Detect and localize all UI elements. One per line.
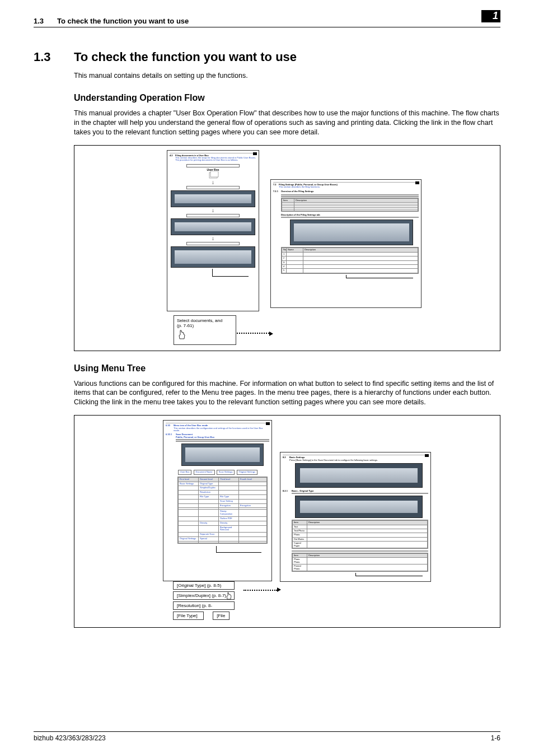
callout-line2: (p. 7-61) [177, 323, 233, 328]
hand-pointer-icon [177, 329, 187, 342]
link-file-type[interactable]: [File Type] [173, 612, 204, 620]
section-title: To check the function you want to use [74, 50, 297, 64]
svg-rect-1 [210, 171, 218, 177]
operation-flow-paragraph: This manual provides a chapter "User Box… [74, 109, 500, 137]
mini-right-num: 7.2 [273, 184, 279, 186]
dotted-arrow [237, 333, 269, 334]
section-heading: 1.3 To check the function you want to us… [34, 50, 500, 64]
link-simplex-duplex[interactable]: [Simplex/Duplex] (p. 8-7) [173, 591, 235, 600]
mini-right-ov-num: 7.2.1 [273, 190, 281, 193]
screen-thumbnail [171, 246, 255, 268]
f2-right-num: 8.2 [283, 456, 289, 459]
running-header-title: To check the function you want to use [57, 17, 189, 25]
footer-page-number: 1-6 [491, 734, 500, 742]
mini-right-sub: This section describes the filing functi… [279, 186, 419, 188]
arrow-down-icon: ↓ [170, 180, 256, 185]
callout-select-documents: Select documents, and (p. 7-61) [174, 315, 236, 345]
screen-thumbnail [171, 218, 255, 235]
f2-left-sec-num: 6.10.1 [166, 433, 176, 436]
f2-right-sub: Press [Basic Settings] in the Save Docum… [289, 459, 428, 461]
f2-left-sub: This section describes the configuration… [174, 427, 269, 432]
figure-operation-flow: 4.2 Filing documents in a User Box This … [74, 145, 500, 351]
intro-paragraph: This manual contains details on setting … [74, 71, 500, 81]
callout-line1: Select documents, and [177, 318, 233, 323]
running-header-num: 1.3 [34, 17, 44, 25]
page-footer: bizhub 423/363/283/223 1-6 [34, 731, 500, 742]
screen-thumbnail [171, 190, 255, 207]
link-list: [Original Type] (p. 8-5) [Simplex/Duplex… [173, 581, 237, 622]
menu-tree-paragraph: Various functions can be configured for … [74, 379, 500, 408]
userbox-icon [208, 171, 219, 179]
screen-thumbnail [295, 496, 423, 518]
chapter-badge: 1 [481, 10, 500, 22]
screen-thumbnail [295, 463, 423, 488]
section-number: 1.3 [34, 50, 74, 64]
f2-left-group: Public, Personal, or Group User Box [176, 436, 269, 438]
screen-thumbnail [181, 444, 264, 466]
arrow-down-icon: ↓ [170, 208, 256, 213]
subheading-operation-flow: Understanding Operation Flow [74, 93, 500, 103]
figure-menu-tree: 6.10 Menu tree of the User Box mode This… [74, 415, 500, 628]
arrow-head-icon [277, 587, 281, 592]
f2-right-title2: Basic - Original Type [292, 490, 314, 492]
link-file[interactable]: [File [213, 612, 229, 620]
mini-left-sub2: The procedure for printing documents in … [175, 159, 256, 161]
f2-right-num2: 8.2.1 [283, 490, 292, 492]
mini-left-num: 4.2 [170, 155, 175, 157]
mini-right-ov-title: Overview of the Filing Settings [281, 190, 313, 193]
dotted-arrow [243, 590, 277, 591]
arrow-head-icon [269, 332, 273, 336]
mini-right-desc: Description of the Filing Settings tab [281, 214, 419, 216]
subheading-menu-tree: Using Menu Tree [74, 363, 500, 374]
screen-thumbnail [290, 220, 413, 245]
arrow-down-icon: ↓ [170, 236, 256, 241]
link-original-type[interactable]: [Original Type] (p. 8-5) [173, 581, 235, 590]
running-header: 1.3 To check the function you want to us… [34, 17, 500, 27]
link-resolution[interactable]: [Resolution] (p. 8- [173, 601, 235, 610]
hand-pointer-icon [225, 592, 233, 603]
f2-left-num: 6.10 [166, 424, 174, 427]
footer-model: bizhub 423/363/283/223 [34, 734, 106, 742]
